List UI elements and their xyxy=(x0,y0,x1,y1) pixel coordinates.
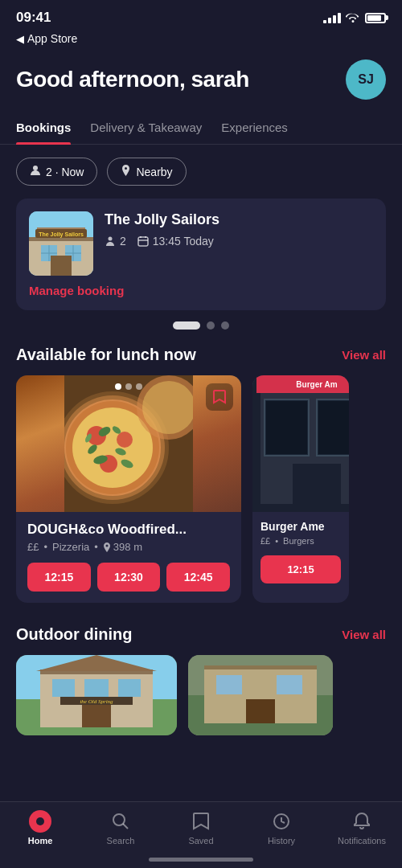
location-icon xyxy=(121,165,131,178)
nav-label-search: Search xyxy=(107,836,135,845)
svg-rect-50 xyxy=(52,679,75,697)
pizza-image-svg xyxy=(64,375,193,512)
filter-people-pill[interactable]: 2 · Now xyxy=(16,158,97,186)
svg-point-14 xyxy=(109,237,113,241)
doughco-time-slots: 12:15 12:30 12:45 xyxy=(27,563,230,592)
avatar[interactable]: SJ xyxy=(346,59,386,100)
svg-point-0 xyxy=(33,166,38,170)
scroll-dots xyxy=(0,321,402,330)
status-icons xyxy=(323,11,386,25)
history-nav-icon xyxy=(270,810,293,833)
nav-item-notifications[interactable]: Notifications xyxy=(322,810,402,845)
tab-bookings[interactable]: Bookings xyxy=(16,113,71,144)
doughco-info: DOUGH&co Woodfired... ££ • Pizzeria • 39… xyxy=(16,512,241,603)
svg-rect-41 xyxy=(318,401,349,454)
bookmark-icon xyxy=(213,390,226,404)
booking-meta: 2 13:45 Today xyxy=(105,235,373,248)
outdoor-card-2-image xyxy=(188,655,333,735)
nav-item-home[interactable]: Home xyxy=(0,810,80,845)
outdoor-card-1[interactable]: the Old Spring xyxy=(16,655,177,735)
nav-item-history[interactable]: History xyxy=(241,810,322,845)
guests-icon xyxy=(105,235,116,247)
burger-image-svg: Burger Am xyxy=(252,375,349,512)
time-slot-1245[interactable]: 12:45 xyxy=(166,563,230,592)
outdoor-section: Outdoor dining View all xyxy=(0,619,402,735)
svg-text:Burger Am: Burger Am xyxy=(296,380,337,389)
doughco-price: ££ xyxy=(27,541,39,553)
scroll-dot-1 xyxy=(173,321,200,330)
svg-rect-59 xyxy=(204,665,317,669)
greeting-text: Good afternoon, sarah xyxy=(16,67,249,92)
booking-time: 13:45 Today xyxy=(137,235,214,248)
burger-meta: ££ • Burgers xyxy=(260,536,341,546)
svg-rect-42 xyxy=(293,464,341,504)
svg-rect-51 xyxy=(84,679,109,697)
nav-item-search[interactable]: Search xyxy=(80,810,161,845)
burger-info: Burger Ame ££ • Burgers 12:15 xyxy=(252,512,349,593)
svg-rect-15 xyxy=(138,237,148,246)
outdoor-restaurant-row: the Old Spring xyxy=(0,655,402,735)
home-indicator xyxy=(149,858,253,862)
tab-experiences[interactable]: Experiences xyxy=(221,113,288,144)
available-view-all[interactable]: View all xyxy=(342,348,386,362)
outdoor-card-2[interactable] xyxy=(188,655,333,735)
nav-label-saved: Saved xyxy=(188,836,213,845)
filter-row: 2 · Now Nearby xyxy=(0,145,402,199)
signal-bars-icon xyxy=(323,13,341,23)
burger-name: Burger Ame xyxy=(260,520,341,533)
filter-location-pill[interactable]: Nearby xyxy=(107,158,186,186)
burger-time-slot-1215[interactable]: 12:15 xyxy=(260,555,341,583)
restaurant-card-doughco[interactable]: DOUGH&co Woodfired... ££ • Pizzeria • 39… xyxy=(16,375,241,603)
status-time: 09:41 xyxy=(16,10,51,26)
booking-guests: 2 xyxy=(105,235,126,248)
booking-card: The Jolly Sailors The Jolly Sailors 2 xyxy=(16,199,386,310)
outdoor-section-header: Outdoor dining View all xyxy=(0,625,402,655)
doughco-distance: 398 m xyxy=(103,541,142,553)
svg-point-35 xyxy=(142,381,193,434)
header: Good afternoon, sarah SJ xyxy=(0,51,402,113)
nav-label-history: History xyxy=(268,836,295,845)
image-dots xyxy=(115,383,142,390)
svg-rect-52 xyxy=(118,679,141,697)
back-arrow-icon: ◀ xyxy=(16,33,24,45)
svg-text:The Jolly Sailors: The Jolly Sailors xyxy=(39,231,84,238)
nav-label-notifications: Notifications xyxy=(338,836,386,845)
people-filter-label: 2 · Now xyxy=(46,166,84,178)
home-nav-icon xyxy=(29,810,51,833)
svg-rect-40 xyxy=(266,401,307,454)
svg-point-63 xyxy=(113,814,125,825)
nav-tabs: Bookings Delivery & Takeaway Experiences xyxy=(0,113,402,145)
people-icon xyxy=(30,165,41,178)
doughco-image xyxy=(16,375,241,512)
scroll-dot-3 xyxy=(221,321,229,330)
outdoor-view-all[interactable]: View all xyxy=(342,628,386,641)
location-small-icon xyxy=(103,542,111,552)
restaurant-card-burger[interactable]: Burger Am Burger Ame ££ • Burgers 12:15 xyxy=(252,375,349,603)
doughco-name: DOUGH&co Woodfired... xyxy=(27,522,230,538)
nav-item-saved[interactable]: Saved xyxy=(161,810,241,845)
booking-details: The Jolly Sailors 2 xyxy=(105,211,373,248)
burger-time-slots: 12:15 xyxy=(260,555,341,583)
pub-building-svg: The Jolly Sailors xyxy=(29,211,93,276)
svg-rect-61 xyxy=(277,675,302,694)
manage-booking-link[interactable]: Manage booking xyxy=(29,284,373,297)
svg-point-24 xyxy=(117,432,133,448)
time-slot-1230[interactable]: 12:30 xyxy=(97,563,161,592)
status-bar: 09:41 xyxy=(0,0,402,31)
booking-restaurant-image: The Jolly Sailors xyxy=(29,211,93,276)
svg-line-64 xyxy=(123,824,128,829)
bookmark-button-doughco[interactable] xyxy=(206,383,233,411)
time-slot-1215[interactable]: 12:15 xyxy=(27,563,91,592)
doughco-cuisine: Pizzeria xyxy=(52,541,89,553)
wifi-icon xyxy=(346,11,360,25)
saved-nav-icon xyxy=(190,810,212,833)
app-store-back[interactable]: ◀ App Store xyxy=(0,31,402,51)
svg-rect-62 xyxy=(246,699,275,723)
available-section-title: Available for lunch now xyxy=(16,346,196,364)
notifications-nav-icon xyxy=(351,810,373,833)
back-label: App Store xyxy=(27,32,77,45)
outdoor-section-title: Outdoor dining xyxy=(16,625,132,644)
available-section-header: Available for lunch now View all xyxy=(0,346,402,375)
tab-delivery-takeaway[interactable]: Delivery & Takeaway xyxy=(90,113,202,144)
svg-text:the Old Spring: the Old Spring xyxy=(80,698,113,705)
